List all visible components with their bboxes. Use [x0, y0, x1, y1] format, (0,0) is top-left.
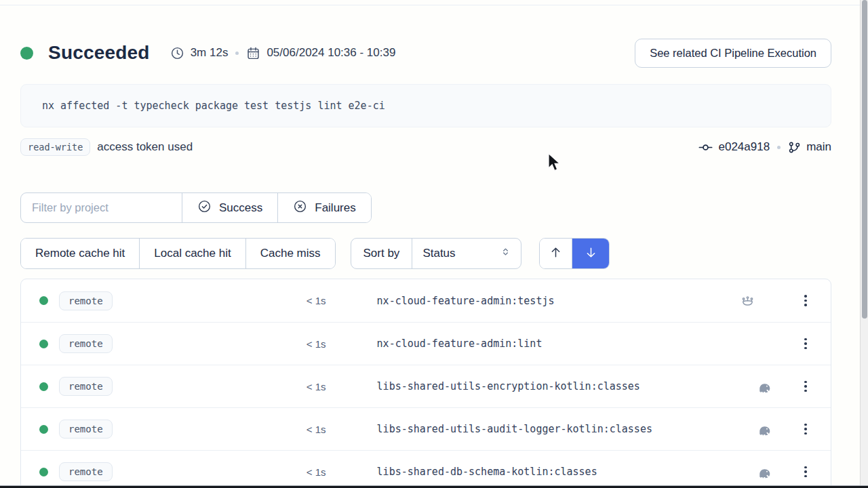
- separator-dot: [235, 52, 239, 55]
- arrow-down-icon: [585, 246, 597, 262]
- cache-miss-button[interactable]: Cache miss: [245, 239, 335, 268]
- filter-by-project-input[interactable]: [21, 193, 182, 222]
- task-duration: < 1s: [285, 466, 326, 478]
- sort-select[interactable]: Status: [412, 239, 521, 268]
- branch-name[interactable]: main: [806, 140, 831, 154]
- window-bottom-edge: [0, 485, 868, 488]
- success-label: Success: [219, 201, 262, 215]
- task-name[interactable]: libs-shared-utils-audit-logger-kotlin:cl…: [377, 423, 756, 435]
- vertical-scrollbar[interactable]: [860, 0, 868, 488]
- page-top-divider: [0, 5, 860, 5]
- check-circle-icon: [197, 199, 212, 217]
- sort-descending-button[interactable]: [572, 239, 609, 268]
- arrow-up-icon: [549, 246, 562, 262]
- task-menu-button[interactable]: [801, 421, 810, 438]
- failures-label: Failures: [315, 201, 355, 215]
- clock-icon: [170, 46, 184, 60]
- see-related-ci-pipeline-button[interactable]: See related CI Pipeline Execution: [635, 39, 831, 68]
- task-status-dot: [39, 468, 48, 476]
- separator-dot: [777, 146, 781, 149]
- calendar-icon: [246, 46, 260, 60]
- cache-source-badge: remote: [59, 420, 113, 439]
- run-date: 05/06/2024 10:36 - 10:39: [246, 46, 395, 60]
- task-duration: < 1s: [285, 338, 326, 350]
- local-cache-hit-button[interactable]: Local cache hit: [139, 239, 245, 268]
- gradle-icon: [756, 379, 774, 394]
- task-duration: < 1s: [285, 381, 326, 392]
- sort-ascending-button[interactable]: [540, 239, 572, 268]
- task-row: remote < 1s libs-shared-utils-encryption…: [21, 365, 831, 407]
- gradle-icon: [756, 464, 774, 480]
- cache-source-badge: remote: [59, 334, 113, 353]
- filter-success-button[interactable]: Success: [182, 193, 277, 222]
- task-menu-button[interactable]: [801, 336, 810, 352]
- cache-source-badge: remote: [59, 377, 113, 396]
- run-header: Succeeded 3m 12s 05/06/2024 10:36 - 10:3…: [20, 38, 831, 68]
- access-token-badge: read-write: [20, 138, 90, 156]
- task-name[interactable]: libs-shared-db-schema-kotlin:classes: [377, 466, 756, 478]
- task-row: remote < 1s libs-shared-db-schema-kotlin…: [21, 450, 831, 488]
- scrollbar-thumb[interactable]: [862, 0, 867, 319]
- date-range-text: 05/06/2024 10:36 - 10:39: [267, 46, 395, 60]
- task-name[interactable]: nx-cloud-feature-admin:testjs: [377, 295, 738, 307]
- task-menu-button[interactable]: [801, 378, 810, 395]
- task-status-dot: [39, 296, 48, 305]
- git-branch-icon: [788, 141, 801, 154]
- task-status-dot: [39, 382, 48, 391]
- git-commit-icon: [698, 140, 713, 155]
- task-row: remote < 1s nx-cloud-feature-admin:testj…: [21, 279, 831, 322]
- project-filter-group: Success Failures: [20, 192, 372, 223]
- run-command: nx affected -t typecheck package test te…: [20, 84, 831, 127]
- sort-select-value: Status: [422, 247, 455, 260]
- run-duration: 3m 12s: [170, 46, 229, 60]
- sort-by-label: Sort by: [351, 239, 412, 268]
- cache-filter-group: Remote cache hit Local cache hit Cache m…: [20, 238, 336, 269]
- duration-text: 3m 12s: [191, 46, 229, 60]
- task-duration: < 1s: [285, 424, 326, 435]
- task-duration: < 1s: [285, 295, 326, 306]
- jest-icon: [738, 293, 756, 308]
- cache-source-badge: remote: [59, 462, 113, 481]
- chevron-updown-icon: [500, 247, 511, 260]
- task-row: remote < 1s libs-shared-utils-audit-logg…: [21, 407, 831, 450]
- remote-cache-hit-button[interactable]: Remote cache hit: [21, 239, 139, 268]
- run-status-dot: [20, 47, 33, 60]
- x-circle-icon: [293, 199, 307, 217]
- gradle-icon: [756, 422, 774, 437]
- filter-failures-button[interactable]: Failures: [277, 193, 370, 222]
- task-status-dot: [39, 340, 48, 348]
- commit-sha[interactable]: e024a918: [719, 140, 770, 154]
- task-list: remote < 1s nx-cloud-feature-admin:testj…: [20, 279, 831, 488]
- task-status-dot: [39, 425, 48, 434]
- task-menu-button[interactable]: [801, 292, 810, 309]
- task-row: remote < 1s nx-cloud-feature-admin:lint: [21, 322, 831, 365]
- sort-group: Sort by Status: [351, 238, 522, 269]
- access-token-text: access token used: [97, 140, 193, 154]
- sort-direction-group: [539, 238, 610, 269]
- task-menu-button[interactable]: [801, 464, 810, 481]
- page-title: Succeeded: [48, 42, 150, 64]
- task-name[interactable]: nx-cloud-feature-admin:lint: [377, 338, 756, 350]
- task-name[interactable]: libs-shared-utils-encryption-kotlin:clas…: [377, 380, 756, 392]
- cache-source-badge: remote: [59, 291, 113, 310]
